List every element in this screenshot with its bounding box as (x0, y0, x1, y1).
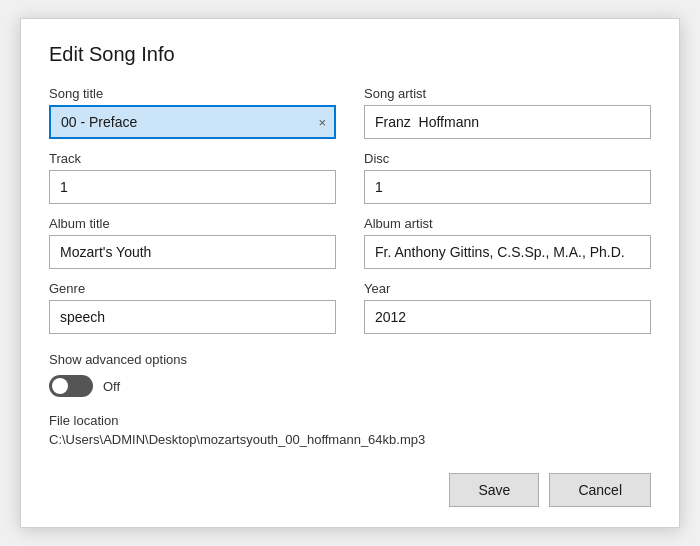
track-label: Track (49, 151, 336, 166)
cancel-button[interactable]: Cancel (549, 473, 651, 507)
file-location-value: C:\Users\ADMIN\Desktop\mozartsyouth_00_h… (49, 432, 651, 447)
advanced-options-section: Show advanced options Off (49, 352, 651, 397)
edit-song-info-dialog: Edit Song Info Song title × Song artist … (20, 18, 680, 528)
track-group: Track (49, 151, 336, 204)
album-artist-input[interactable] (364, 235, 651, 269)
album-title-label: Album title (49, 216, 336, 231)
advanced-options-label: Show advanced options (49, 352, 651, 367)
album-title-input[interactable] (49, 235, 336, 269)
track-input[interactable] (49, 170, 336, 204)
year-input[interactable] (364, 300, 651, 334)
song-title-label: Song title (49, 86, 336, 101)
song-title-input[interactable] (49, 105, 336, 139)
album-title-group: Album title (49, 216, 336, 269)
disc-input[interactable] (364, 170, 651, 204)
genre-input[interactable] (49, 300, 336, 334)
album-artist-label: Album artist (364, 216, 651, 231)
song-artist-label: Song artist (364, 86, 651, 101)
genre-group: Genre (49, 281, 336, 334)
song-artist-group: Song artist (364, 86, 651, 139)
advanced-options-toggle[interactable] (49, 375, 93, 397)
song-artist-input[interactable] (364, 105, 651, 139)
song-title-input-wrapper: × (49, 105, 336, 139)
dialog-title: Edit Song Info (49, 43, 651, 66)
year-label: Year (364, 281, 651, 296)
song-artist-input-wrapper (364, 105, 651, 139)
toggle-knob (52, 378, 68, 394)
album-artist-group: Album artist (364, 216, 651, 269)
form-grid: Song title × Song artist Track Disc Albu… (49, 86, 651, 346)
toggle-state-label: Off (103, 379, 120, 394)
disc-group: Disc (364, 151, 651, 204)
dialog-footer: Save Cancel (49, 463, 651, 507)
file-location-section: File location C:\Users\ADMIN\Desktop\moz… (49, 413, 651, 447)
toggle-row: Off (49, 375, 651, 397)
song-title-group: Song title × (49, 86, 336, 139)
song-title-clear-button[interactable]: × (314, 114, 330, 131)
file-location-label: File location (49, 413, 651, 428)
disc-label: Disc (364, 151, 651, 166)
year-group: Year (364, 281, 651, 334)
save-button[interactable]: Save (449, 473, 539, 507)
genre-label: Genre (49, 281, 336, 296)
